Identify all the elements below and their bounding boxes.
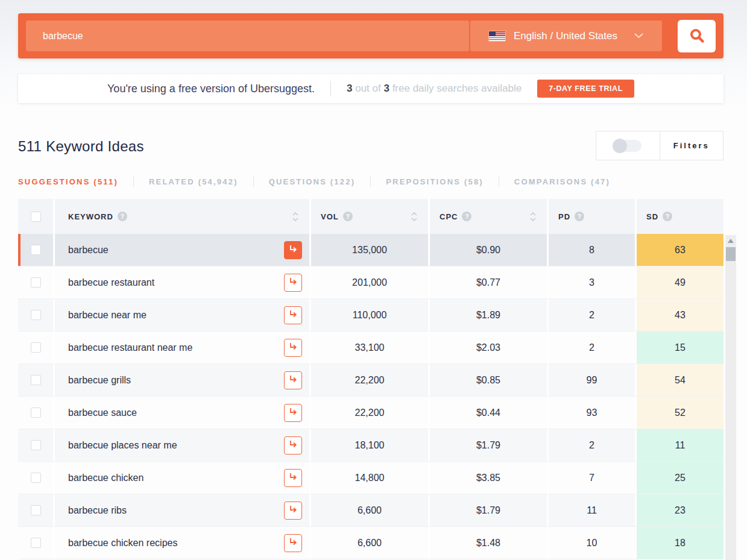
toggle-track <box>614 140 641 152</box>
expand-keyword-button[interactable] <box>284 339 302 357</box>
cpc-cell: $0.85 <box>428 364 547 396</box>
table-row[interactable]: barbecue restaurant near me 33,100 $2.03… <box>18 332 723 364</box>
help-icon[interactable] <box>663 212 672 221</box>
scroll-up-button[interactable] <box>725 235 736 246</box>
pd-cell: 11 <box>547 494 635 526</box>
tab-questions[interactable]: QUESTIONS (122) <box>254 177 371 187</box>
table-row[interactable]: barbecue chicken 14,800 $3.85 7 25 <box>18 462 723 494</box>
keyword-tabs: SUGGESTIONS (511) RELATED (54,942) QUEST… <box>18 177 625 187</box>
search-icon <box>689 27 705 46</box>
sd-cell: 52 <box>635 397 723 429</box>
subdirectory-arrow-icon <box>288 505 298 517</box>
volume-cell: 14,800 <box>309 462 428 494</box>
table-row[interactable]: barbecue restaurant 201,000 $0.77 3 49 <box>18 266 723 299</box>
help-icon[interactable] <box>343 212 353 221</box>
subdirectory-arrow-icon <box>288 244 298 256</box>
sort-icon[interactable] <box>292 212 298 221</box>
row-checkbox[interactable] <box>31 473 41 483</box>
table-header: KEYWORD VOL CPC PD <box>18 199 723 234</box>
volume-cell: 18,100 <box>309 429 428 461</box>
filters-panel: Filters <box>596 131 723 160</box>
expand-keyword-button[interactable] <box>284 274 302 292</box>
tab-comparisons[interactable]: COMPARISONS (47) <box>499 177 625 187</box>
table-row[interactable]: barbecue sauce 22,200 $0.44 93 52 <box>18 397 723 429</box>
cpc-cell: $3.85 <box>428 462 547 494</box>
expand-keyword-button[interactable] <box>284 371 302 389</box>
scrollbar[interactable] <box>725 235 736 560</box>
subdirectory-arrow-icon <box>288 342 298 354</box>
quota-separator: out of <box>352 83 383 94</box>
expand-keyword-button[interactable] <box>284 502 302 520</box>
divider <box>330 81 331 96</box>
sd-cell: 43 <box>635 299 723 331</box>
help-icon[interactable] <box>118 212 127 221</box>
expand-keyword-button[interactable] <box>284 404 302 422</box>
keyword-text: barbecue restaurant near me <box>55 342 192 353</box>
keyword-text: barbecue near me <box>55 310 147 321</box>
notice-bar: You're using a free version of Ubersugge… <box>18 74 723 103</box>
tab-suggestions[interactable]: SUGGESTIONS (511) <box>18 177 134 187</box>
column-header-pd[interactable]: PD <box>547 199 635 234</box>
search-input[interactable] <box>26 20 469 51</box>
table-row[interactable]: barbecue near me 110,000 $1.89 2 43 <box>18 299 723 332</box>
row-checkbox[interactable] <box>31 538 41 548</box>
column-header-sd[interactable]: SD <box>635 199 723 234</box>
search-button[interactable] <box>678 20 716 52</box>
table-row[interactable]: barbecue places near me 18,100 $1.79 2 1… <box>18 429 723 462</box>
column-header-keyword[interactable]: KEYWORD <box>53 199 309 234</box>
pd-cell: 3 <box>547 266 635 298</box>
row-checkbox[interactable] <box>31 440 41 450</box>
sd-cell: 11 <box>635 429 723 461</box>
tab-related[interactable]: RELATED (54,942) <box>134 177 254 187</box>
free-trial-button[interactable]: 7-DAY FREE TRIAL <box>537 80 634 98</box>
row-checkbox[interactable] <box>31 245 41 255</box>
sort-icon[interactable] <box>411 212 417 221</box>
row-checkbox[interactable] <box>31 375 41 385</box>
help-icon[interactable] <box>575 212 584 221</box>
language-label: English / United States <box>514 30 617 42</box>
volume-cell: 33,100 <box>309 332 428 363</box>
sd-cell: 49 <box>635 266 723 298</box>
quota-total-count: 3 <box>383 83 389 94</box>
table-body: barbecue 135,000 $0.90 8 63 barbecue res… <box>18 234 723 559</box>
language-selector[interactable]: English / United States <box>470 20 662 51</box>
expand-keyword-button[interactable] <box>284 436 302 455</box>
row-checkbox[interactable] <box>31 407 41 418</box>
expand-keyword-button[interactable] <box>284 534 302 552</box>
scrollbar-thumb[interactable] <box>726 247 736 261</box>
us-flag-icon <box>489 31 505 41</box>
expand-keyword-button[interactable] <box>284 469 302 487</box>
header-checkbox[interactable] <box>31 212 41 222</box>
cpc-cell: $1.48 <box>428 527 547 559</box>
sort-icon[interactable] <box>530 212 536 221</box>
table-row[interactable]: barbecue ribs 6,600 $1.79 11 23 <box>18 494 723 527</box>
help-icon[interactable] <box>462 212 471 221</box>
column-header-cpc[interactable]: CPC <box>428 199 547 234</box>
table-row[interactable]: barbecue chicken recipes 6,600 $1.48 10 … <box>18 527 723 559</box>
subdirectory-arrow-icon <box>288 472 298 484</box>
pd-cell: 7 <box>547 462 635 494</box>
cpc-cell: $0.77 <box>428 266 547 298</box>
subdirectory-arrow-icon <box>288 277 298 289</box>
table-row[interactable]: barbecue grills 22,200 $0.85 99 54 <box>18 364 723 397</box>
expand-keyword-button[interactable] <box>284 306 302 324</box>
expand-keyword-button[interactable] <box>284 241 302 259</box>
table-row[interactable]: barbecue 135,000 $0.90 8 63 <box>18 234 723 266</box>
row-checkbox[interactable] <box>31 310 41 320</box>
subdirectory-arrow-icon <box>288 407 298 419</box>
tab-prepositions[interactable]: PREPOSITIONS (58) <box>371 177 499 187</box>
keyword-text: barbecue restaurant <box>55 277 154 288</box>
filters-toggle[interactable] <box>596 131 660 160</box>
subdirectory-arrow-icon <box>288 374 298 386</box>
volume-cell: 135,000 <box>309 234 428 266</box>
row-checkbox[interactable] <box>31 342 41 353</box>
pd-cell: 93 <box>547 397 635 429</box>
quota-text: 3 out of 3 free daily searches available <box>347 83 522 95</box>
pd-cell: 2 <box>547 429 635 461</box>
free-version-text: You're using a free version of Ubersugge… <box>107 83 315 95</box>
row-checkbox[interactable] <box>31 505 41 515</box>
row-checkbox[interactable] <box>31 277 41 288</box>
filters-button[interactable]: Filters <box>660 131 723 160</box>
toggle-knob[interactable] <box>613 139 627 153</box>
column-header-volume[interactable]: VOL <box>309 199 428 234</box>
